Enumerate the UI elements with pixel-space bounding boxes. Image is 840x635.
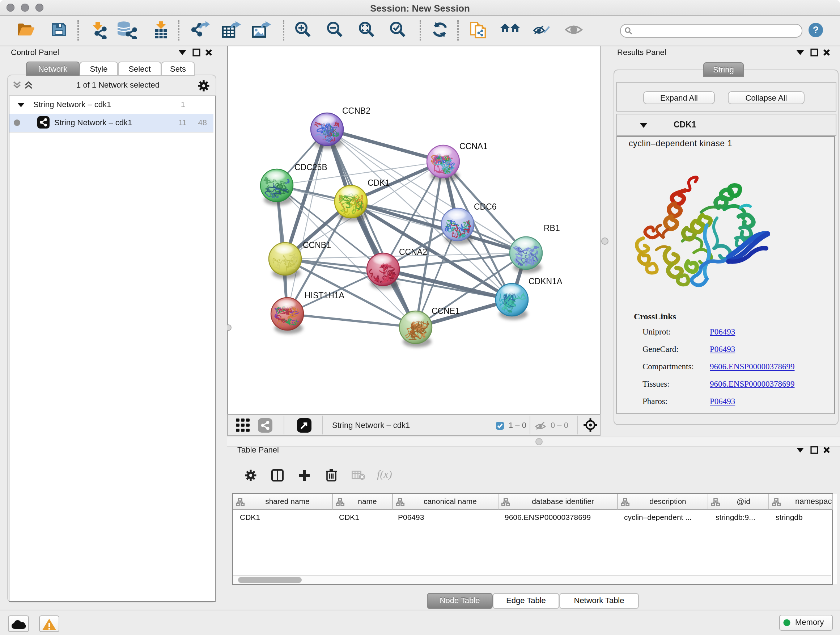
svg-text:HIST1H1A: HIST1H1A — [305, 291, 345, 300]
svg-text:CDC25B: CDC25B — [294, 163, 327, 172]
svg-text:CCNB2: CCNB2 — [342, 106, 370, 116]
svg-text:RB1: RB1 — [544, 223, 560, 233]
svg-text:CDKN1A: CDKN1A — [529, 277, 562, 286]
svg-text:CCNE1: CCNE1 — [431, 306, 460, 316]
svg-text:CDK1: CDK1 — [368, 178, 390, 187]
svg-text:CCNA2: CCNA2 — [399, 247, 427, 257]
svg-text:?: ? — [813, 25, 819, 35]
svg-text:CCNB1: CCNB1 — [303, 241, 331, 250]
svg-text:CDC6: CDC6 — [474, 202, 497, 211]
svg-text:CCNA1: CCNA1 — [459, 141, 488, 151]
